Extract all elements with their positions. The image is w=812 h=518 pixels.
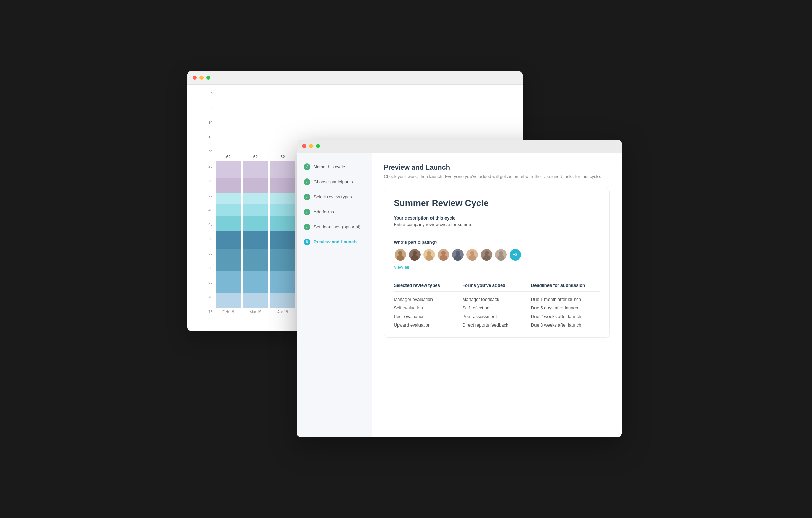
avatar-2 xyxy=(408,248,421,261)
step-5-icon: ✓ xyxy=(304,224,310,230)
step-6-icon: 6 xyxy=(304,239,310,245)
form-window: ✓ Name this cycle ✓ Choose participants … xyxy=(297,140,622,437)
panel-title: Preview and Launch xyxy=(384,163,610,171)
col-header-0: Selected review types xyxy=(394,283,463,292)
table-row-2-1: Peer assessment xyxy=(462,312,531,321)
table-row-3-1: Direct reports feedback xyxy=(462,321,531,329)
avatar-5 xyxy=(451,248,464,261)
step-1-label: Name this cycle xyxy=(314,164,345,169)
svg-point-16 xyxy=(470,251,474,255)
col-header-1: Forms you've added xyxy=(462,283,531,292)
svg-point-1 xyxy=(398,251,402,255)
divider-2 xyxy=(394,277,600,277)
participants-section: Who's participating? xyxy=(394,240,600,270)
scene: 75 70 65 60 55 50 45 40 35 30 25 20 15 1… xyxy=(187,71,625,447)
step-4-icon: ✓ xyxy=(304,209,310,215)
y-axis: 75 70 65 60 55 50 45 40 35 30 25 20 15 1… xyxy=(204,92,215,314)
svg-point-19 xyxy=(484,251,489,255)
table-row-0-0: Manager evaluation xyxy=(394,295,463,304)
description-label: Your description of this cycle xyxy=(394,215,600,221)
tl-green-front xyxy=(316,144,320,148)
step-3-label: Select review types xyxy=(314,194,352,199)
svg-point-13 xyxy=(455,251,460,255)
view-all-link[interactable]: View all xyxy=(394,265,409,270)
step-1-icon: ✓ xyxy=(304,163,310,170)
table-row-2-0: Peer evaluation xyxy=(394,312,463,321)
main-panel: Preview and Launch Check your work, then… xyxy=(372,153,622,437)
col-header-2: Deadlines for submission xyxy=(531,283,600,292)
step-2-icon: ✓ xyxy=(304,178,310,185)
tl-green xyxy=(206,76,210,80)
step-2-label: Choose participants xyxy=(314,179,353,184)
tl-red-front xyxy=(302,144,306,148)
svg-point-7 xyxy=(427,251,431,255)
bar-group: 62 Feb 19 xyxy=(216,155,241,314)
table-row-0-2: Due 1 month after launch xyxy=(531,295,600,304)
tl-yellow-front xyxy=(309,144,313,148)
table-row-2-2: Due 2 weeks after launch xyxy=(531,312,600,321)
table-row-3-0: Upward evaluation xyxy=(394,321,463,329)
step-2[interactable]: ✓ Choose participants xyxy=(304,178,365,185)
table-row-1-0: Self evaluation xyxy=(394,304,463,312)
table-row-1-1: Self reflection xyxy=(462,304,531,312)
step-3[interactable]: ✓ Select review types xyxy=(304,194,365,200)
avatar-6 xyxy=(466,248,479,261)
table-row-1-2: Due 5 days after launch xyxy=(531,304,600,312)
bar-group: 62 Mar 19 xyxy=(243,155,268,314)
review-table: Selected review types Forms you've added… xyxy=(394,283,600,329)
participants-label: Who's participating? xyxy=(394,240,600,245)
description-value: Entire company review cycle for summer xyxy=(394,222,600,227)
avatar-7 xyxy=(480,248,493,261)
step-3-icon: ✓ xyxy=(304,194,310,200)
front-content: ✓ Name this cycle ✓ Choose participants … xyxy=(297,153,622,437)
svg-point-22 xyxy=(499,251,503,255)
review-card: Summer Review Cycle Your description of … xyxy=(384,188,610,338)
tl-red xyxy=(193,76,197,80)
avatars-row: +8 xyxy=(394,248,600,261)
step-5[interactable]: ✓ Set deadlines (optional) xyxy=(304,224,365,230)
avatar-4 xyxy=(437,248,450,261)
back-titlebar xyxy=(187,71,523,85)
avatar-8 xyxy=(494,248,507,261)
cycle-name: Summer Review Cycle xyxy=(394,198,600,209)
bar-group: 62 Apr 19 xyxy=(270,155,295,314)
step-5-label: Set deadlines (optional) xyxy=(314,224,361,229)
stepper-panel: ✓ Name this cycle ✓ Choose participants … xyxy=(297,153,372,437)
divider-1 xyxy=(394,234,600,234)
step-1[interactable]: ✓ Name this cycle xyxy=(304,163,365,170)
avatar-overflow: +8 xyxy=(509,248,522,261)
tl-yellow xyxy=(199,76,204,80)
step-6-label: Preview and Launch xyxy=(314,239,357,244)
svg-point-4 xyxy=(412,251,417,255)
table-row-0-1: Manager feedback xyxy=(462,295,531,304)
step-6[interactable]: 6 Preview and Launch xyxy=(304,239,365,245)
table-row-3-2: Due 3 weeks after launch xyxy=(531,321,600,329)
front-titlebar xyxy=(297,140,622,153)
panel-subtitle: Check your work, then launch! Everyone y… xyxy=(384,173,610,180)
avatar-3 xyxy=(423,248,436,261)
step-4[interactable]: ✓ Add forms xyxy=(304,209,365,215)
svg-point-10 xyxy=(441,251,446,255)
step-4-label: Add forms xyxy=(314,209,334,214)
avatar-1 xyxy=(394,248,407,261)
